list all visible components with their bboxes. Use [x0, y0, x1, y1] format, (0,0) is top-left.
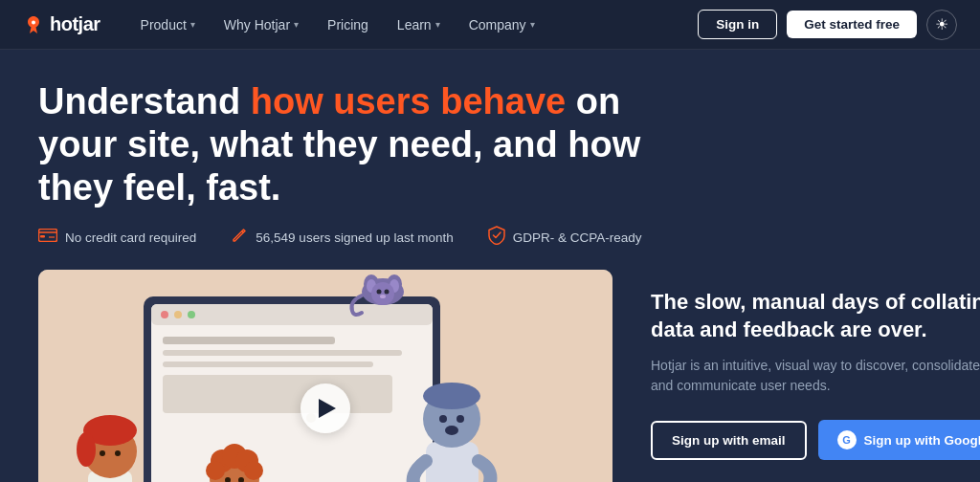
nav-links: Product ▾ Why Hotjar ▾ Pricing Learn ▾ C… [127, 11, 699, 38]
svg-point-40 [244, 461, 263, 480]
svg-point-32 [115, 450, 121, 456]
shield-icon [488, 226, 505, 249]
nav-label-pricing: Pricing [327, 17, 368, 33]
right-panel: The slow, manual days of collating data … [612, 270, 980, 479]
svg-point-31 [100, 450, 105, 456]
nav-item-company[interactable]: Company ▾ [456, 11, 548, 38]
get-started-button[interactable]: Get started free [787, 11, 917, 38]
cta-buttons: Sign up with email G Sign up with Google [651, 420, 980, 460]
svg-point-39 [206, 461, 225, 480]
nav-label-why-hotjar: Why Hotjar [224, 17, 290, 33]
svg-point-49 [439, 415, 447, 423]
svg-rect-14 [163, 375, 392, 413]
nav-item-pricing[interactable]: Pricing [314, 11, 382, 38]
svg-point-23 [380, 295, 386, 298]
nav-item-learn[interactable]: Learn ▾ [384, 11, 454, 38]
badge-users-signup: 56,549 users signed up last month [231, 227, 453, 248]
svg-point-10 [188, 311, 195, 318]
credit-card-icon [38, 229, 57, 246]
chevron-down-icon: ▾ [435, 19, 440, 30]
navbar: hotjar Product ▾ Why Hotjar ▾ Pricing Le… [0, 0, 980, 50]
headline-highlight: how users behave [251, 81, 566, 121]
svg-point-9 [174, 311, 182, 318]
svg-point-48 [423, 383, 480, 409]
hotjar-logo-icon [23, 14, 44, 35]
chevron-down-icon: ▾ [530, 19, 535, 30]
chevron-down-icon: ▾ [294, 19, 299, 30]
hero-section: Understand how users behave on your site… [0, 50, 980, 482]
video-card[interactable] [38, 270, 612, 482]
nav-item-why-hotjar[interactable]: Why Hotjar ▾ [211, 11, 312, 38]
sun-icon: ☀ [935, 15, 948, 33]
svg-point-50 [457, 415, 464, 423]
badge-no-credit-card: No credit card required [38, 229, 196, 246]
badge-gdpr: GDPR- & CCPA-ready [488, 226, 642, 249]
play-icon [319, 399, 336, 418]
nav-label-learn: Learn [397, 17, 432, 33]
google-button-label: Sign up with Google [864, 433, 980, 448]
content-row: The slow, manual days of collating data … [38, 270, 942, 482]
svg-point-8 [161, 311, 168, 318]
nav-label-company: Company [469, 17, 526, 33]
svg-rect-12 [163, 350, 402, 356]
svg-rect-11 [163, 337, 335, 344]
google-g-icon: G [837, 430, 857, 449]
svg-rect-2 [40, 235, 45, 238]
right-panel-headline: The slow, manual days of collating data … [651, 289, 980, 343]
svg-point-21 [377, 290, 382, 295]
svg-point-51 [445, 426, 458, 435]
sign-up-email-button[interactable]: Sign up with email [651, 421, 807, 460]
svg-point-22 [385, 290, 390, 295]
nav-label-product: Product [141, 17, 187, 33]
theme-toggle-button[interactable]: ☀ [926, 10, 957, 40]
svg-point-20 [371, 282, 394, 305]
sign-up-google-button[interactable]: G Sign up with Google [818, 420, 980, 460]
illustration [38, 270, 612, 482]
logo-text: hotjar [50, 13, 100, 35]
svg-point-30 [77, 432, 96, 467]
pencil-icon [231, 227, 248, 248]
badge-gdpr-text: GDPR- & CCPA-ready [513, 230, 642, 245]
svg-rect-13 [163, 362, 373, 367]
logo[interactable]: hotjar [23, 13, 100, 35]
badge-no-credit-card-text: No credit card required [65, 230, 196, 245]
hero-badges: No credit card required 56,549 users sig… [38, 226, 942, 249]
nav-item-product[interactable]: Product ▾ [127, 11, 209, 38]
nav-actions: Sign in Get started free ☀ [698, 10, 957, 40]
chevron-down-icon: ▾ [190, 19, 195, 30]
svg-rect-44 [426, 442, 479, 482]
hero-headline: Understand how users behave on your site… [38, 80, 708, 208]
right-panel-subtext: Hotjar is an intuitive, visual way to di… [651, 356, 980, 397]
sign-in-button[interactable]: Sign in [698, 10, 777, 39]
badge-users-signup-text: 56,549 users signed up last month [256, 230, 453, 245]
play-button[interactable] [301, 383, 350, 433]
headline-prefix: Understand [38, 81, 251, 121]
